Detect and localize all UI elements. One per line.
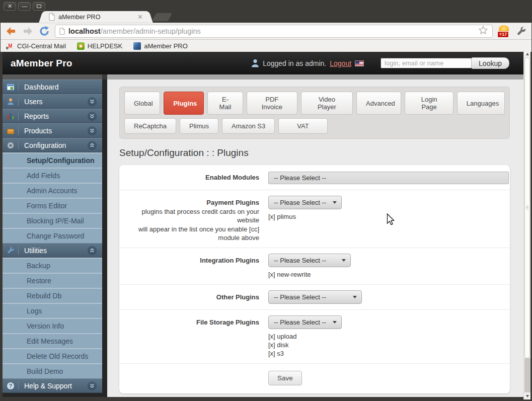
sidebar-item-logs[interactable]: Logs <box>3 303 102 318</box>
tab-vat[interactable]: VAT <box>278 118 327 134</box>
field-description: will appear in the list once you enable … <box>119 225 259 242</box>
payment-plugins-select[interactable]: -- Please Select -- <box>268 196 342 209</box>
bookmark-helpdesk[interactable]: HELPDESK <box>77 42 122 50</box>
dropdown-arrow-icon <box>333 201 337 204</box>
sidebar-item-blocking-ip-email[interactable]: Blocking IP/E-Mail <box>3 213 102 228</box>
field-label: Other Plugins <box>119 290 259 301</box>
bookmark-cgi-central-mail[interactable]: M0 CGI-Central Mail <box>7 42 66 50</box>
extension-button[interactable]: +17 <box>497 25 510 38</box>
browser-tab-title: aMember PRO <box>58 14 137 21</box>
new-tab-button[interactable] <box>152 13 173 21</box>
enabled-plugin-item: [x] disk <box>268 341 509 349</box>
chevron-up-icon <box>88 246 97 255</box>
sidebar-item-label: Blocking IP/E-Mail <box>27 217 84 225</box>
help-icon: ? <box>3 382 18 390</box>
sidebar-item-label: Edit Messages <box>27 337 73 345</box>
lookup-input[interactable] <box>381 58 472 68</box>
divider <box>18 98 19 106</box>
form-row-other-plugins: Other Plugins -- Please Select -- <box>119 285 510 310</box>
sidebar-item-restore[interactable]: Restore <box>3 273 102 288</box>
tab-video-player[interactable]: Video Player <box>301 92 353 115</box>
logout-link[interactable]: Logout <box>330 59 351 67</box>
tab-recaptcha[interactable]: ReCaptcha <box>124 118 176 134</box>
field-description: plugins that process credit cards on you… <box>119 207 259 224</box>
file-storage-plugins-select[interactable]: -- Please Select -- <box>268 315 342 329</box>
window-maximize-button[interactable] <box>33 2 45 11</box>
sidebar-item-label: Backup <box>27 262 50 270</box>
header-strip <box>3 74 523 79</box>
lookup-button[interactable]: Lookup <box>471 57 509 69</box>
reports-icon <box>3 112 18 120</box>
mail-count-badge: 0 <box>6 46 8 50</box>
extension-badge: +17 <box>497 31 509 38</box>
sidebar-item-admin-accounts[interactable]: Admin Accounts <box>3 183 102 198</box>
sidebar-item-users[interactable]: Users <box>3 94 102 109</box>
bookmark-label: CGI-Central Mail <box>17 42 66 50</box>
dropdown-arrow-icon <box>353 296 357 298</box>
window-minimize-button[interactable]: — <box>18 2 31 11</box>
forward-button[interactable] <box>22 25 34 37</box>
sidebar-item-backup[interactable]: Backup <box>3 258 102 273</box>
wrench-icon <box>3 247 18 255</box>
settings-button[interactable] <box>515 25 527 37</box>
chevron-down-icon <box>88 381 97 390</box>
sidebar-item-build-demo[interactable]: Build Demo <box>3 363 102 378</box>
tab-close-icon[interactable]: ✕ <box>137 14 143 20</box>
sidebar-item-dashboard[interactable]: Dashboard <box>3 79 102 94</box>
sidebar-item-setup-configuration[interactable]: Setup/Configuration <box>3 152 102 168</box>
integration-plugins-select[interactable]: -- Please Select -- <box>268 254 351 267</box>
enabled-modules-select[interactable]: -- Please Select -- <box>268 172 509 184</box>
tab-languages[interactable]: Languages <box>457 92 505 115</box>
forward-icon <box>22 26 33 36</box>
sidebar-item-label: Configuration <box>24 141 66 149</box>
close-icon: ✕ <box>8 3 12 9</box>
sidebar-item-delete-old-records[interactable]: Delete Old Records <box>3 348 102 363</box>
tab-plugins[interactable]: Plugins <box>164 92 204 115</box>
back-button[interactable] <box>5 25 17 37</box>
sidebar-item-change-password[interactable]: Change Password <box>3 228 102 243</box>
bookmark-amember-pro[interactable]: aMember PRO <box>133 42 188 50</box>
sidebar-item-add-fields[interactable]: Add Fields <box>3 168 102 183</box>
tab-email[interactable]: E-Mail <box>207 92 243 115</box>
tab-plimus[interactable]: Plimus <box>180 118 218 134</box>
sidebar-item-edit-messages[interactable]: Edit Messages <box>3 333 102 348</box>
vertical-scrollbar[interactable] <box>523 50 530 399</box>
save-button[interactable]: Save <box>268 371 302 385</box>
sidebar-item-configuration[interactable]: Configuration <box>3 138 102 152</box>
bookmark-star-button[interactable] <box>478 25 488 37</box>
sidebar-item-label: Utilities <box>24 247 47 255</box>
sidebar-item-rebuild-db[interactable]: Rebuild Db <box>3 288 102 303</box>
sidebar-item-products[interactable]: Products <box>3 123 102 138</box>
divider <box>18 382 19 390</box>
tab-login-page[interactable]: Login Page <box>405 92 453 115</box>
tab-advanced[interactable]: Advanced <box>356 92 401 115</box>
scrollbar-track[interactable] <box>524 358 530 392</box>
scrollbar-down-button[interactable] <box>524 392 530 399</box>
sidebar-item-reports[interactable]: Reports <box>3 109 102 123</box>
sidebar: Dashboard Users Reports P <box>3 79 102 397</box>
dropdown-arrow-icon <box>333 321 337 324</box>
sidebar-item-forms-editor[interactable]: Forms Editor <box>3 198 102 213</box>
sidebar-item-help-support[interactable]: ? Help & Support <box>3 378 102 393</box>
sidebar-item-utilities[interactable]: Utilities <box>3 243 102 258</box>
form-row-file-storage-plugins: File Storage Plugins -- Please Select --… <box>119 310 510 364</box>
form-row-integration-plugins: Integration Plugins -- Please Select -- … <box>119 248 510 285</box>
window-close-button[interactable]: ✕ <box>4 2 16 11</box>
other-plugins-select[interactable]: -- Please Select -- <box>268 290 362 304</box>
sidebar-item-label: Users <box>24 98 43 106</box>
tab-global[interactable]: Global <box>124 92 160 115</box>
scrollbar-thumb[interactable] <box>524 57 530 358</box>
address-bar[interactable]: localhost/amember/admin-setup/plugins <box>55 25 493 38</box>
minimize-icon: — <box>22 3 27 9</box>
reload-button[interactable] <box>38 25 50 37</box>
form-row-save: Save <box>119 364 510 393</box>
sidebar-item-label: Reports <box>24 112 49 120</box>
browser-tab[interactable]: aMember PRO ✕ <box>44 11 147 23</box>
gmail-icon: M0 <box>7 43 14 49</box>
scrollbar-up-button[interactable] <box>524 50 530 57</box>
us-flag-icon[interactable] <box>355 60 364 66</box>
tab-amazon-s3[interactable]: Amazon S3 <box>222 118 275 134</box>
page-title: Setup/Configuration : : Plugins <box>119 147 523 158</box>
sidebar-item-version-info[interactable]: Version Info <box>3 318 102 333</box>
tab-pdf-invoice[interactable]: PDF Invoice <box>247 92 297 115</box>
